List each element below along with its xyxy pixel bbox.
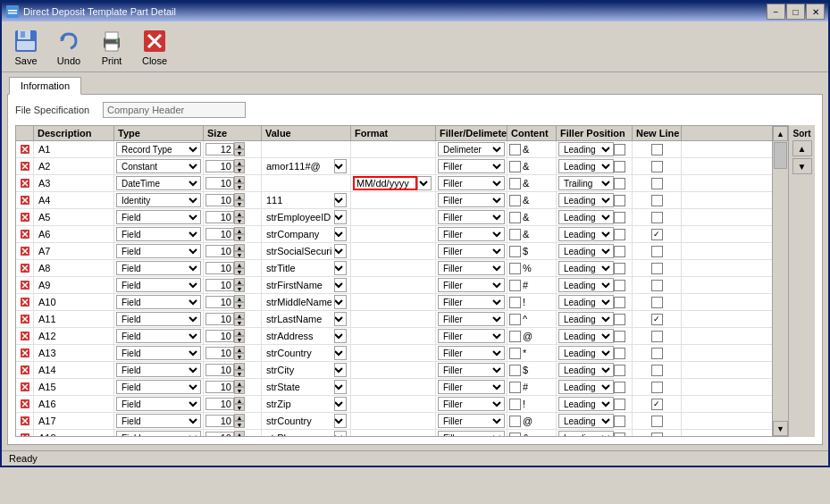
- spin-down-button[interactable]: ▼: [234, 387, 245, 394]
- fp-check[interactable]: [614, 178, 625, 189]
- fp-check[interactable]: [614, 348, 625, 359]
- description-input[interactable]: [36, 160, 112, 172]
- spin-down-button[interactable]: ▼: [234, 268, 245, 275]
- content-check[interactable]: [509, 297, 521, 308]
- content-check[interactable]: [509, 144, 521, 155]
- value-input[interactable]: [264, 177, 334, 189]
- value-input[interactable]: [264, 262, 334, 274]
- filler-select[interactable]: FillerDelimeter: [438, 397, 505, 411]
- spin-down-button[interactable]: ▼: [234, 251, 245, 258]
- spin-down-button[interactable]: ▼: [234, 404, 245, 411]
- size-input[interactable]: [205, 398, 234, 410]
- filler-position-select[interactable]: LeadingTrailing: [558, 414, 614, 428]
- type-select[interactable]: Record TypeConstantDateTimeIdentityField: [116, 414, 201, 428]
- new-line-check[interactable]: [651, 280, 663, 291]
- sort-down-button[interactable]: ▼: [792, 158, 812, 174]
- new-line-check[interactable]: [651, 297, 663, 308]
- filler-position-select[interactable]: LeadingTrailing: [558, 244, 614, 258]
- content-check[interactable]: [509, 229, 521, 240]
- spin-up-button[interactable]: ▲: [234, 210, 245, 217]
- spin-up-button[interactable]: ▲: [234, 244, 245, 251]
- spin-down-button[interactable]: ▼: [234, 183, 245, 190]
- value-dropdown[interactable]: [334, 159, 347, 173]
- value-input[interactable]: [264, 415, 334, 427]
- filler-position-select[interactable]: LeadingTrailing: [558, 431, 614, 436]
- fp-check[interactable]: [614, 365, 625, 376]
- description-input[interactable]: [36, 245, 112, 257]
- value-input[interactable]: [264, 245, 334, 257]
- description-input[interactable]: [36, 228, 112, 240]
- size-input[interactable]: [205, 279, 234, 291]
- filler-select[interactable]: FillerDelimeter: [438, 295, 505, 309]
- new-line-check[interactable]: [651, 144, 663, 155]
- value-dropdown[interactable]: [334, 312, 347, 326]
- filler-position-select[interactable]: LeadingTrailing: [558, 397, 614, 411]
- value-input[interactable]: [264, 432, 334, 436]
- scroll-up-button[interactable]: ▲: [773, 126, 788, 141]
- value-dropdown[interactable]: [334, 210, 347, 224]
- format-input[interactable]: [353, 176, 417, 190]
- sort-up-button[interactable]: ▲: [792, 140, 812, 156]
- value-dropdown[interactable]: [334, 397, 347, 411]
- filler-select[interactable]: FillerDelimeter: [438, 278, 505, 292]
- value-dropdown[interactable]: [334, 227, 347, 241]
- content-check[interactable]: [509, 212, 521, 223]
- description-input[interactable]: [36, 194, 112, 206]
- value-input[interactable]: [264, 381, 334, 393]
- delete-row-button[interactable]: [19, 160, 31, 172]
- delete-row-button[interactable]: [19, 432, 31, 436]
- delete-row-button[interactable]: [19, 279, 31, 291]
- value-dropdown[interactable]: [334, 380, 347, 394]
- filler-position-select[interactable]: LeadingTrailing: [558, 295, 614, 309]
- spin-down-button[interactable]: ▼: [234, 217, 245, 224]
- content-check[interactable]: [509, 246, 521, 257]
- fp-check[interactable]: [614, 331, 625, 342]
- spin-down-button[interactable]: ▼: [234, 285, 245, 292]
- type-select[interactable]: Record TypeConstantDateTimeIdentityField: [116, 431, 201, 436]
- content-check[interactable]: [509, 365, 521, 376]
- new-line-check[interactable]: [651, 348, 663, 359]
- size-input[interactable]: [205, 228, 234, 240]
- type-select[interactable]: Record TypeConstantDateTimeIdentityField: [116, 142, 201, 156]
- fp-check[interactable]: [614, 399, 625, 410]
- fp-check[interactable]: [614, 297, 625, 308]
- delete-row-button[interactable]: [19, 194, 31, 206]
- spin-up-button[interactable]: ▲: [234, 397, 245, 404]
- spin-down-button[interactable]: ▼: [234, 370, 245, 377]
- filler-select[interactable]: FillerDelimeter: [438, 414, 505, 428]
- filler-select[interactable]: FillerDelimeter: [438, 380, 505, 394]
- spin-up-button[interactable]: ▲: [234, 363, 245, 370]
- new-line-check[interactable]: [651, 314, 663, 325]
- fp-check[interactable]: [614, 433, 625, 437]
- description-input[interactable]: [36, 313, 112, 325]
- type-select[interactable]: Record TypeConstantDateTimeIdentityField: [116, 244, 201, 258]
- spin-up-button[interactable]: ▲: [234, 278, 245, 285]
- close-toolbar-button[interactable]: Close: [134, 24, 175, 69]
- value-dropdown[interactable]: [334, 278, 347, 292]
- delete-row-button[interactable]: [19, 177, 31, 189]
- spin-up-button[interactable]: ▲: [234, 227, 245, 234]
- new-line-check[interactable]: [651, 229, 663, 240]
- filler-position-select[interactable]: LeadingTrailing: [558, 159, 614, 173]
- type-select[interactable]: Record TypeConstantDateTimeIdentityField: [116, 261, 201, 275]
- filler-position-select[interactable]: LeadingTrailing: [558, 227, 614, 241]
- value-input[interactable]: [264, 364, 334, 376]
- new-line-check[interactable]: [651, 365, 663, 376]
- scroll-down-button[interactable]: ▼: [773, 421, 788, 436]
- delete-row-button[interactable]: [19, 347, 31, 359]
- type-select[interactable]: Record TypeConstantDateTimeIdentityField: [116, 278, 201, 292]
- type-select[interactable]: Record TypeConstantDateTimeIdentityField: [116, 380, 201, 394]
- fp-check[interactable]: [614, 195, 625, 206]
- content-check[interactable]: [509, 399, 521, 410]
- filler-position-select[interactable]: LeadingTrailing: [558, 142, 614, 156]
- new-line-check[interactable]: [651, 416, 663, 427]
- value-input[interactable]: [264, 228, 334, 240]
- value-input[interactable]: [264, 160, 334, 172]
- value-dropdown[interactable]: [334, 346, 347, 360]
- fp-check[interactable]: [614, 382, 625, 393]
- fp-check[interactable]: [614, 161, 625, 172]
- delete-row-button[interactable]: [19, 211, 31, 223]
- fp-check[interactable]: [614, 416, 625, 427]
- filler-position-select[interactable]: LeadingTrailing: [558, 278, 614, 292]
- format-select[interactable]: [417, 176, 432, 190]
